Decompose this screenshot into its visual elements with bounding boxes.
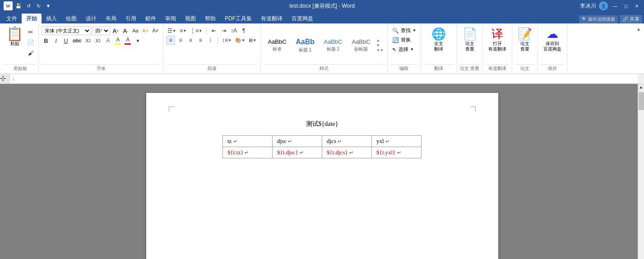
font-color-button[interactable]: A <box>123 36 132 45</box>
style-heading2[interactable]: AaBbC 标题 2 <box>320 37 347 54</box>
shading-button[interactable]: 🎨▼ <box>234 36 246 45</box>
select-button[interactable]: ↖ 选择 ▼ <box>390 45 416 54</box>
styles-expand[interactable]: ▼▼ <box>376 48 384 52</box>
quick-redo-button[interactable]: ↻ <box>34 2 42 10</box>
underline-button[interactable]: U <box>61 36 70 45</box>
replace-button[interactable]: 🔄 替换 <box>390 36 412 44</box>
tab-review[interactable]: 审阅 <box>161 14 181 23</box>
highlight-button[interactable]: A <box>113 36 122 45</box>
strikethrough-button[interactable]: abc <box>71 36 83 45</box>
styles-scroll-up[interactable]: ▲ <box>376 38 384 42</box>
font-shrink-button[interactable]: A- <box>121 26 130 35</box>
cut-button[interactable]: ✂ <box>26 27 36 37</box>
style-heading1[interactable]: AaBb 标题 1 <box>292 36 319 55</box>
increase-indent-button[interactable]: ⇥ <box>219 26 228 35</box>
font-grow-button[interactable]: A+ <box>111 26 120 35</box>
paper-check-button[interactable]: 📄 论文查重 <box>460 26 480 53</box>
select-label: 选择 <box>398 46 408 53</box>
case-button[interactable]: Aa <box>131 26 140 35</box>
tab-references[interactable]: 引用 <box>121 14 141 23</box>
numbered-list-button[interactable]: ≡▼ <box>178 26 188 35</box>
tab-mailings[interactable]: 邮件 <box>141 14 161 23</box>
table-cell-yxl[interactable]: ${t.yxl} ↵ <box>372 147 422 158</box>
justify-button[interactable]: ≡ <box>196 36 205 45</box>
share-button[interactable]: 🔗 共享 <box>620 15 642 23</box>
ruler-corner[interactable]: ⊹ <box>0 74 10 84</box>
user-area: 李冰川 👤 <box>580 1 608 10</box>
scroll-up-button[interactable]: ▲ <box>638 84 644 90</box>
table-cell-djcs[interactable]: ${t.djcs} ↵ <box>322 147 372 158</box>
corner-mark-tr <box>470 106 476 112</box>
translation-group: 🌐 全文翻译 翻译 <box>421 24 457 73</box>
ruler-area: ⊹ | <box>0 74 644 84</box>
style-normal-name: 标准 <box>273 46 282 52</box>
format-painter-button[interactable]: 🖌 <box>26 48 36 58</box>
editing-group: 🔍 查找 ▼ 🔄 替换 ↖ 选择 ▼ 编辑 <box>388 24 421 73</box>
tab-home[interactable]: 开始 <box>22 14 42 23</box>
document-title[interactable]: 测试${date} <box>182 120 462 128</box>
style-h2-preview: AaBbC <box>324 38 342 46</box>
subscript-button[interactable]: X2 <box>83 36 93 45</box>
copy-button[interactable]: 📄 <box>26 37 36 47</box>
text-effect-button[interactable]: A▼ <box>141 26 150 35</box>
tab-layout[interactable]: 布局 <box>101 14 121 23</box>
search-label: 操作说明搜索 <box>588 16 615 23</box>
multilevel-list-button[interactable]: ⋮≡▼ <box>189 26 204 35</box>
full-translate-button[interactable]: 🌐 全文翻译 <box>429 26 449 53</box>
bullet-list-button[interactable]: ☰▼ <box>166 26 177 35</box>
open-youdao-button[interactable]: 译 打开有道翻译 <box>486 26 509 53</box>
align-center-button[interactable]: ≡ <box>176 36 185 45</box>
search-box[interactable]: 🔍 操作说明搜索 <box>579 15 618 23</box>
clear-format-button[interactable]: A✗ <box>151 26 160 35</box>
para-row-1: ☰▼ ≡▼ ⋮≡▼ ⇤ ⇥ ↕A ¶ <box>166 26 248 35</box>
superscript-button[interactable]: X2 <box>93 36 102 45</box>
vertical-scrollbar[interactable]: ▲ ▼ <box>638 84 644 259</box>
tab-baidu[interactable]: 百度网盘 <box>287 14 318 23</box>
style-subtitle[interactable]: AaBbC 副标题 <box>347 37 375 54</box>
line-spacing-button[interactable]: ↕≡▼ <box>221 36 233 45</box>
table-cell-djsc[interactable]: ${t.djsc} ↵ <box>273 147 322 158</box>
user-avatar[interactable]: 👤 <box>599 1 608 10</box>
bold-button[interactable]: B <box>42 36 51 45</box>
align-left-button[interactable]: ≡ <box>166 36 175 45</box>
column-break-button[interactable]: ⫶ <box>206 36 215 45</box>
decrease-indent-button[interactable]: ⇤ <box>209 26 218 35</box>
ribbon-collapse-button[interactable]: ▲ <box>635 25 642 32</box>
tab-youdao[interactable]: 有道翻译 <box>256 14 287 23</box>
italic-button[interactable]: I <box>51 36 60 45</box>
font-content: 宋体 (中文正文) 四号 A+ A- Aa A▼ A✗ B I U abc X2… <box>42 25 160 64</box>
find-button[interactable]: 🔍 查找 ▼ <box>390 26 418 35</box>
quick-save-button[interactable]: 💾 <box>14 2 23 10</box>
styles-label: 样式 <box>264 64 385 72</box>
align-right-button[interactable]: ≡ <box>186 36 195 45</box>
quick-undo-button[interactable]: ↺ <box>24 2 32 10</box>
document-table: tz ↵ djsc ↵ djcs ↵ yxl ↵ <box>222 135 422 158</box>
paste-button[interactable]: 📋 粘贴 <box>5 26 25 64</box>
tab-draw[interactable]: 绘图 <box>61 14 81 23</box>
restore-button[interactable]: ◻ <box>622 2 630 9</box>
open-youdao-label: 打开有道翻译 <box>488 41 506 52</box>
styles-scroll-down[interactable]: ▼ <box>376 43 384 47</box>
border-button[interactable]: ⊞▼ <box>247 36 258 45</box>
article-icon: 📝 <box>518 27 532 41</box>
close-button[interactable]: ✕ <box>633 2 640 9</box>
tab-help[interactable]: 帮助 <box>200 14 220 23</box>
font-size-select[interactable]: 四号 <box>92 26 110 35</box>
article-check-button[interactable]: 📝 论文查重 <box>515 26 535 53</box>
customize-qa-button[interactable]: ▼ <box>44 2 52 10</box>
tab-view[interactable]: 视图 <box>181 14 200 23</box>
text-effect2-button[interactable]: A <box>103 36 112 45</box>
font-name-select[interactable]: 宋体 (中文正文) <box>42 26 91 35</box>
tab-design[interactable]: 设计 <box>81 14 101 23</box>
minimize-button[interactable]: — <box>612 2 619 9</box>
baidu-save-button[interactable]: ☁ 保存到百度网盘 <box>541 26 564 53</box>
tab-file[interactable]: 文件 <box>2 14 22 23</box>
scroll-thumb[interactable] <box>639 92 644 110</box>
style-normal[interactable]: AaBbC 标准 <box>264 37 291 54</box>
table-cell-tz[interactable]: ${t.tz} ↵ <box>223 147 273 158</box>
sort-button[interactable]: ↕A <box>229 26 238 35</box>
tab-pdf[interactable]: PDF工具集 <box>220 14 256 23</box>
font-expand-button[interactable]: ▼ <box>133 36 142 45</box>
tab-insert[interactable]: 插入 <box>42 14 61 23</box>
show-marks-button[interactable]: ¶ <box>239 26 248 35</box>
